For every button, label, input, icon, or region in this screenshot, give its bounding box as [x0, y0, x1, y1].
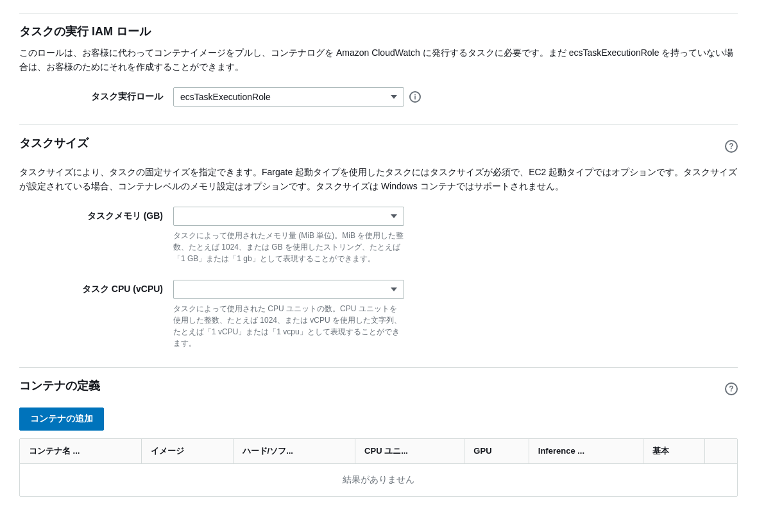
section-divider-container — [19, 367, 738, 368]
container-table-body: 結果がありません — [20, 463, 737, 496]
container-table-head: コンテナ名 ... イメージ ハード/ソフ... CPU ユニ... GPU I… — [20, 439, 737, 464]
task-size-section: タスクサイズ ? タスクサイズにより、タスクの固定サイズを指定できます。Farg… — [19, 124, 738, 349]
task-execution-role-label: タスク実行ロール — [45, 87, 173, 103]
container-table-container: コンテナ名 ... イメージ ハード/ソフ... CPU ユニ... GPU I… — [19, 438, 738, 497]
col-header-image: イメージ — [142, 439, 233, 464]
task-memory-row: タスクメモリ (GB) タスクによって使用されたメモリ量 (MiB 単位)。Mi… — [19, 207, 738, 264]
section-divider-task-size — [19, 124, 738, 125]
task-cpu-label: タスク CPU (vCPU) — [45, 280, 173, 295]
task-cpu-select-wrapper — [173, 280, 404, 299]
container-definition-header: コンテナの定義 ? — [19, 378, 738, 400]
iam-role-section: タスクの実行 IAM ロール このロールは、お客様に代わってコンテナイメージをプ… — [19, 13, 738, 107]
task-memory-label: タスクメモリ (GB) — [45, 207, 173, 222]
container-definition-title: コンテナの定義 — [19, 378, 100, 393]
container-definition-section: コンテナの定義 ? コンテナの追加 コンテナ名 ... イメージ ハード/ソフ.… — [19, 367, 738, 497]
col-header-basic: 基本 — [643, 439, 705, 464]
task-size-help-icon[interactable]: ? — [725, 140, 738, 153]
col-header-hard-soft: ハード/ソフ... — [233, 439, 355, 464]
no-results-text: 結果がありません — [20, 463, 737, 496]
task-cpu-select[interactable] — [173, 280, 404, 299]
col-header-gpu: GPU — [464, 439, 529, 464]
task-cpu-hint: タスクによって使用された CPU ユニットの数。CPU ユニットを使用した整数、… — [173, 303, 404, 349]
col-header-actions — [705, 439, 737, 464]
task-size-description: タスクサイズにより、タスクの固定サイズを指定できます。Fargate 起動タイプ… — [19, 165, 738, 194]
task-memory-select-wrapper — [173, 207, 404, 226]
task-cpu-control: タスクによって使用された CPU ユニットの数。CPU ユニットを使用した整数、… — [173, 280, 404, 349]
task-execution-role-info-icon[interactable]: i — [409, 91, 421, 103]
task-size-title: タスクサイズ — [19, 135, 89, 151]
container-table: コンテナ名 ... イメージ ハード/ソフ... CPU ユニ... GPU I… — [20, 439, 737, 496]
section-divider-iam — [19, 13, 738, 13]
add-container-button[interactable]: コンテナの追加 — [19, 408, 104, 431]
task-size-header: タスクサイズ ? — [19, 135, 738, 157]
task-execution-role-row: タスク実行ロール ecsTaskExecutionRole i — [19, 87, 738, 107]
col-header-cpu-units: CPU ユニ... — [355, 439, 464, 464]
task-execution-role-select[interactable]: ecsTaskExecutionRole — [173, 87, 404, 107]
col-header-container-name: コンテナ名 ... — [20, 439, 142, 464]
container-definition-help-icon[interactable]: ? — [725, 382, 738, 395]
task-memory-hint: タスクによって使用されたメモリ量 (MiB 単位)。MiB を使用した整数、たと… — [173, 230, 404, 264]
task-execution-role-control: ecsTaskExecutionRole i — [173, 87, 421, 107]
task-execution-role-select-wrapper: ecsTaskExecutionRole i — [173, 87, 421, 107]
no-results-row: 結果がありません — [20, 463, 737, 496]
col-header-inference: Inference ... — [529, 439, 643, 464]
task-memory-select[interactable] — [173, 207, 404, 226]
iam-role-title: タスクの実行 IAM ロール — [19, 24, 738, 39]
container-table-header-row: コンテナ名 ... イメージ ハード/ソフ... CPU ユニ... GPU I… — [20, 439, 737, 464]
task-cpu-row: タスク CPU (vCPU) タスクによって使用された CPU ユニットの数。C… — [19, 280, 738, 349]
iam-role-description: このロールは、お客様に代わってコンテナイメージをプルし、コンテナログを Amaz… — [19, 46, 738, 74]
task-memory-control: タスクによって使用されたメモリ量 (MiB 単位)。MiB を使用した整数、たと… — [173, 207, 404, 264]
